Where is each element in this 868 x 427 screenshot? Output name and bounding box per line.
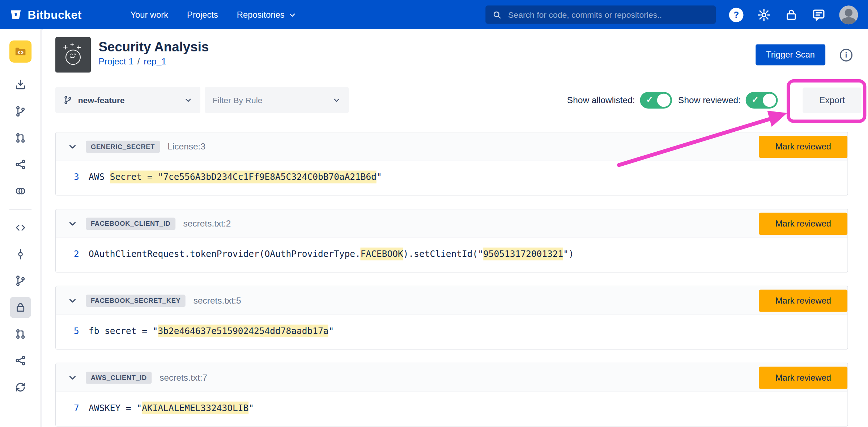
code-segment: ": [248, 403, 254, 413]
finding-header: GENERIC_SECRET License:3 Mark reviewed: [56, 132, 848, 161]
show-reviewed-toggle[interactable]: ✓: [746, 92, 778, 108]
toggle-knob: [657, 93, 671, 107]
topnav-icon-group: ?: [729, 5, 858, 24]
breadcrumb-project-link[interactable]: Project 1: [98, 56, 133, 67]
code-line: 7 AWSKEY = "AKIALALEMEL33243OLIB": [56, 402, 848, 414]
finding-header: FACEBOOK_SECRET_KEY secrets.txt:5 Mark r…: [56, 286, 848, 315]
toggle-knob: [763, 93, 776, 107]
sidebar-divider: [9, 209, 31, 210]
title-block: Security Analysis Project 1 / rep_1: [98, 37, 209, 67]
export-button[interactable]: Export: [803, 87, 861, 113]
rule-filter-placeholder: Filter By Rule: [213, 95, 263, 105]
mark-reviewed-button[interactable]: Mark reviewed: [759, 135, 847, 157]
check-icon: ✓: [752, 94, 759, 105]
nav-repositories-label: Repositories: [237, 10, 285, 20]
code-folder-icon: [14, 45, 27, 58]
sidebar-item-branches[interactable]: [10, 101, 31, 122]
rule-badge: GENERIC_SECRET: [86, 140, 160, 153]
line-number: 7: [56, 402, 79, 414]
finding-header: AWS_CLIENT_ID secrets.txt:7 Mark reviewe…: [56, 363, 848, 392]
code-highlight: AKIALALEMEL33243OLIB: [142, 402, 248, 414]
check-icon: ✓: [646, 94, 653, 105]
code-segment: "): [563, 249, 574, 259]
findings-list: GENERIC_SECRET License:3 Mark reviewed 3…: [55, 132, 861, 426]
line-number: 2: [56, 248, 79, 260]
help-icon[interactable]: ?: [729, 8, 744, 22]
mark-reviewed-button[interactable]: Mark reviewed: [759, 289, 847, 312]
help-glyph: ?: [733, 10, 739, 20]
pull-request-icon: [14, 132, 26, 144]
code-segment: AWS: [89, 172, 110, 182]
code-highlight: 3b2e464637e5159024254dd78aadb17a: [158, 325, 329, 337]
sidebar-item-sync[interactable]: [10, 377, 31, 398]
finding-header: FACEBOOK_CLIENT_ID secrets.txt:2 Mark re…: [56, 210, 848, 238]
chevron-down-icon[interactable]: [68, 219, 77, 228]
branch-selector[interactable]: new-feature: [55, 87, 200, 113]
sidebar-item-pipelines-2[interactable]: [10, 350, 31, 371]
lock-icon[interactable]: [784, 8, 798, 21]
show-reviewed-label: Show reviewed:: [678, 95, 741, 105]
chevron-down-icon[interactable]: [68, 142, 77, 151]
mark-reviewed-button[interactable]: Mark reviewed: [759, 367, 847, 389]
mark-reviewed-button[interactable]: Mark reviewed: [759, 212, 847, 234]
rule-badge: FACEBOOK_SECRET_KEY: [86, 295, 186, 307]
sidebar-item-clone[interactable]: [10, 74, 31, 95]
user-avatar[interactable]: [839, 5, 858, 24]
finding-location: secrets.txt:2: [183, 219, 231, 229]
trigger-scan-button[interactable]: Trigger Scan: [756, 44, 825, 65]
code-highlight: FACEBOOK: [361, 248, 403, 260]
info-icon[interactable]: i: [840, 48, 852, 61]
breadcrumb-repo-link[interactable]: rep_1: [144, 56, 166, 67]
search-input[interactable]: [507, 9, 709, 20]
sidebar-item-source[interactable]: [10, 217, 31, 238]
line-number: 3: [56, 170, 79, 183]
bitbucket-mark-icon: [9, 8, 22, 21]
top-navigation: Bitbucket Your work Projects Repositorie…: [0, 0, 868, 29]
sidebar-item-pipelines[interactable]: [10, 154, 31, 175]
finding-body: 2 OAuthClientRequest.tokenProvider(OAuth…: [56, 238, 848, 272]
chevron-down-icon[interactable]: [68, 296, 77, 305]
sidebar-item-deployments[interactable]: [10, 181, 31, 202]
branch-icon: [14, 275, 26, 287]
pipelines-icon: [14, 158, 26, 171]
bitbucket-logo[interactable]: Bitbucket: [9, 8, 81, 21]
finding-body: 5 fb_secret = "3b2e464637e5159024254dd78…: [56, 315, 848, 349]
nav-projects[interactable]: Projects: [187, 10, 218, 20]
nav-your-work-label: Your work: [130, 10, 168, 20]
nav-your-work[interactable]: Your work: [130, 10, 168, 20]
filter-toggles: Show allowlisted: ✓ Show reviewed: ✓ Exp…: [567, 87, 861, 113]
rule-badge: FACEBOOK_CLIENT_ID: [86, 217, 175, 230]
pull-request-icon: [14, 328, 26, 340]
sidebar-item-pull-requests-2[interactable]: [10, 324, 31, 344]
code-segment: AWSKEY = ": [89, 403, 142, 413]
sidebar-item-commits[interactable]: [10, 244, 31, 265]
line-number: 5: [56, 325, 79, 337]
rule-filter-dropdown[interactable]: Filter By Rule: [205, 87, 349, 113]
rule-badge: AWS_CLIENT_ID: [86, 371, 152, 384]
settings-gear-icon[interactable]: [757, 8, 771, 22]
branch-icon: [63, 95, 72, 105]
sidebar-repo-avatar[interactable]: [9, 41, 31, 63]
info-glyph: i: [845, 51, 847, 59]
code-text: AWS Secret = "7ce556A3bD234Cc1Ff9E8A5C32…: [89, 170, 382, 183]
branch-selector-value: new-feature: [78, 95, 125, 105]
show-allowlisted-label: Show allowlisted:: [567, 95, 635, 105]
code-line: 3 AWS Secret = "7ce556A3bD234Cc1Ff9E8A5C…: [56, 170, 848, 183]
sidebar-item-branches-2[interactable]: [10, 270, 31, 291]
security-lock-icon: [14, 301, 26, 314]
repository-avatar-image: [55, 37, 91, 73]
nav-repositories[interactable]: Repositories: [237, 10, 296, 20]
primary-nav: Your work Projects Repositories: [130, 10, 296, 20]
finding-card: AWS_CLIENT_ID secrets.txt:7 Mark reviewe…: [55, 363, 848, 427]
show-allowlisted-toggle[interactable]: ✓: [640, 92, 672, 108]
sidebar-item-pull-requests[interactable]: [10, 127, 31, 148]
code-segment: ": [328, 326, 334, 336]
finding-card: FACEBOOK_CLIENT_ID secrets.txt:2 Mark re…: [55, 209, 848, 272]
chevron-down-icon: [332, 96, 341, 104]
sidebar-item-security[interactable]: [10, 297, 31, 318]
chevron-down-icon: [288, 11, 296, 18]
chevron-down-icon[interactable]: [68, 373, 77, 382]
global-search[interactable]: [485, 5, 716, 24]
breadcrumb: Project 1 / rep_1: [98, 56, 209, 67]
feedback-icon[interactable]: [812, 8, 826, 22]
